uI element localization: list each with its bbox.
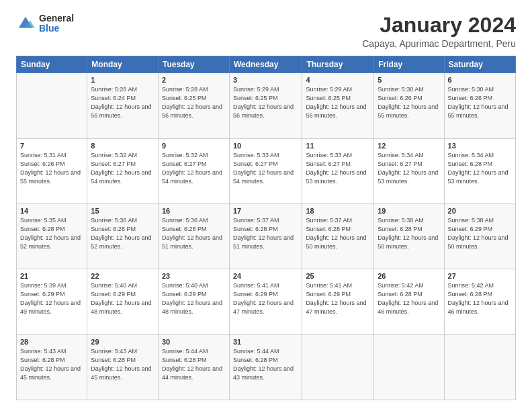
table-row: 17Sunrise: 5:37 AMSunset: 6:28 PMDayligh… — [229, 203, 302, 269]
table-row: 30Sunrise: 5:44 AMSunset: 6:28 PMDayligh… — [158, 334, 229, 400]
day-number: 4 — [306, 76, 370, 84]
col-thursday: Thursday — [302, 56, 374, 73]
table-row: 29Sunrise: 5:43 AMSunset: 6:28 PMDayligh… — [87, 334, 159, 400]
day-info: Sunrise: 5:35 AMSunset: 6:28 PMDaylight:… — [20, 217, 81, 250]
calendar-body: 1Sunrise: 5:28 AMSunset: 6:24 PMDaylight… — [17, 73, 516, 400]
day-info: Sunrise: 5:34 AMSunset: 6:27 PMDaylight:… — [378, 152, 438, 185]
table-row: 14Sunrise: 5:35 AMSunset: 6:28 PMDayligh… — [17, 203, 87, 269]
day-number: 21 — [20, 272, 83, 280]
day-info: Sunrise: 5:37 AMSunset: 6:28 PMDaylight:… — [233, 217, 294, 250]
day-number: 2 — [162, 76, 226, 84]
day-info: Sunrise: 5:41 AMSunset: 6:29 PMDaylight:… — [233, 282, 294, 315]
day-info: Sunrise: 5:34 AMSunset: 6:28 PMDaylight:… — [448, 152, 508, 185]
col-wednesday: Wednesday — [229, 56, 302, 73]
logo-blue: Blue — [39, 24, 74, 34]
day-number: 13 — [448, 142, 512, 150]
day-info: Sunrise: 5:43 AMSunset: 6:28 PMDaylight:… — [20, 348, 81, 381]
logo: General Blue — [16, 13, 74, 34]
day-number: 16 — [162, 207, 226, 215]
day-number: 5 — [378, 76, 440, 84]
table-row: 20Sunrise: 5:38 AMSunset: 6:29 PMDayligh… — [444, 203, 515, 269]
day-info: Sunrise: 5:36 AMSunset: 6:28 PMDaylight:… — [91, 217, 151, 250]
day-number: 24 — [233, 272, 298, 280]
day-info: Sunrise: 5:32 AMSunset: 6:27 PMDaylight:… — [162, 152, 222, 185]
calendar-week-5: 28Sunrise: 5:43 AMSunset: 6:28 PMDayligh… — [17, 334, 516, 400]
col-monday: Monday — [87, 56, 159, 73]
location-subtitle: Capaya, Apurimac Department, Peru — [362, 38, 516, 49]
day-number: 11 — [306, 142, 370, 150]
table-row: 16Sunrise: 5:36 AMSunset: 6:28 PMDayligh… — [158, 203, 229, 269]
day-number: 14 — [20, 207, 83, 215]
calendar-week-4: 21Sunrise: 5:39 AMSunset: 6:29 PMDayligh… — [17, 269, 516, 334]
day-info: Sunrise: 5:30 AMSunset: 6:26 PMDaylight:… — [378, 86, 438, 119]
day-number: 8 — [91, 142, 154, 150]
day-number: 3 — [233, 76, 298, 84]
day-number: 20 — [448, 207, 512, 215]
day-info: Sunrise: 5:29 AMSunset: 6:25 PMDaylight:… — [233, 86, 294, 119]
day-info: Sunrise: 5:43 AMSunset: 6:28 PMDaylight:… — [91, 348, 151, 381]
table-row: 12Sunrise: 5:34 AMSunset: 6:27 PMDayligh… — [374, 138, 444, 203]
day-number: 22 — [91, 272, 154, 280]
day-info: Sunrise: 5:33 AMSunset: 6:27 PMDaylight:… — [233, 152, 294, 185]
day-info: Sunrise: 5:44 AMSunset: 6:28 PMDaylight:… — [233, 348, 294, 381]
day-info: Sunrise: 5:29 AMSunset: 6:25 PMDaylight:… — [306, 86, 366, 119]
logo-icon — [16, 14, 35, 33]
logo-general: General — [39, 13, 74, 24]
calendar-table: Sunday Monday Tuesday Wednesday Thursday… — [16, 56, 516, 400]
day-info: Sunrise: 5:28 AMSunset: 6:25 PMDaylight:… — [162, 86, 222, 119]
calendar-page: General Blue January 2024 Capaya, Apurim… — [0, 0, 532, 411]
col-friday: Friday — [374, 56, 444, 73]
table-row: 2Sunrise: 5:28 AMSunset: 6:25 PMDaylight… — [158, 73, 229, 138]
day-info: Sunrise: 5:37 AMSunset: 6:28 PMDaylight:… — [306, 217, 366, 250]
day-number: 15 — [91, 207, 154, 215]
day-number: 27 — [448, 272, 512, 280]
day-info: Sunrise: 5:40 AMSunset: 6:29 PMDaylight:… — [162, 282, 222, 315]
table-row: 4Sunrise: 5:29 AMSunset: 6:25 PMDaylight… — [302, 73, 374, 138]
day-number: 28 — [20, 338, 83, 346]
table-row: 25Sunrise: 5:41 AMSunset: 6:29 PMDayligh… — [302, 269, 374, 334]
col-sunday: Sunday — [17, 56, 87, 73]
table-row: 11Sunrise: 5:33 AMSunset: 6:27 PMDayligh… — [302, 138, 374, 203]
day-info: Sunrise: 5:33 AMSunset: 6:27 PMDaylight:… — [306, 152, 366, 185]
page-header: General Blue January 2024 Capaya, Apurim… — [16, 13, 516, 49]
table-row — [302, 334, 374, 400]
calendar-week-3: 14Sunrise: 5:35 AMSunset: 6:28 PMDayligh… — [17, 203, 516, 269]
table-row: 1Sunrise: 5:28 AMSunset: 6:24 PMDaylight… — [87, 73, 159, 138]
day-info: Sunrise: 5:42 AMSunset: 6:28 PMDaylight:… — [378, 282, 438, 315]
day-info: Sunrise: 5:28 AMSunset: 6:24 PMDaylight:… — [91, 86, 151, 119]
day-info: Sunrise: 5:40 AMSunset: 6:29 PMDaylight:… — [91, 282, 151, 315]
table-row: 27Sunrise: 5:42 AMSunset: 6:28 PMDayligh… — [444, 269, 515, 334]
table-row: 6Sunrise: 5:30 AMSunset: 6:26 PMDaylight… — [444, 73, 515, 138]
col-saturday: Saturday — [444, 56, 515, 73]
day-info: Sunrise: 5:38 AMSunset: 6:28 PMDaylight:… — [378, 217, 438, 250]
table-row: 26Sunrise: 5:42 AMSunset: 6:28 PMDayligh… — [374, 269, 444, 334]
day-number: 6 — [448, 76, 512, 84]
calendar-week-2: 7Sunrise: 5:31 AMSunset: 6:26 PMDaylight… — [17, 138, 516, 203]
day-number: 26 — [378, 272, 440, 280]
table-row — [444, 334, 515, 400]
calendar-week-1: 1Sunrise: 5:28 AMSunset: 6:24 PMDaylight… — [17, 73, 516, 138]
day-number: 25 — [306, 272, 370, 280]
month-title: January 2024 — [362, 13, 516, 37]
table-row: 21Sunrise: 5:39 AMSunset: 6:29 PMDayligh… — [17, 269, 87, 334]
table-row: 28Sunrise: 5:43 AMSunset: 6:28 PMDayligh… — [17, 334, 87, 400]
logo-text: General Blue — [39, 13, 74, 34]
day-number: 7 — [20, 142, 83, 150]
table-row: 22Sunrise: 5:40 AMSunset: 6:29 PMDayligh… — [87, 269, 159, 334]
day-info: Sunrise: 5:30 AMSunset: 6:26 PMDaylight:… — [448, 86, 508, 119]
table-row: 18Sunrise: 5:37 AMSunset: 6:28 PMDayligh… — [302, 203, 374, 269]
table-row: 31Sunrise: 5:44 AMSunset: 6:28 PMDayligh… — [229, 334, 302, 400]
day-number: 18 — [306, 207, 370, 215]
day-info: Sunrise: 5:36 AMSunset: 6:28 PMDaylight:… — [162, 217, 222, 250]
table-row: 23Sunrise: 5:40 AMSunset: 6:29 PMDayligh… — [158, 269, 229, 334]
day-info: Sunrise: 5:32 AMSunset: 6:27 PMDaylight:… — [91, 152, 151, 185]
day-number: 10 — [233, 142, 298, 150]
day-number: 31 — [233, 338, 298, 346]
title-block: January 2024 Capaya, Apurimac Department… — [362, 13, 516, 49]
table-row: 5Sunrise: 5:30 AMSunset: 6:26 PMDaylight… — [374, 73, 444, 138]
day-info: Sunrise: 5:41 AMSunset: 6:29 PMDaylight:… — [306, 282, 366, 315]
day-number: 17 — [233, 207, 298, 215]
calendar-header: Sunday Monday Tuesday Wednesday Thursday… — [17, 56, 516, 73]
day-number: 29 — [91, 338, 154, 346]
day-info: Sunrise: 5:38 AMSunset: 6:29 PMDaylight:… — [448, 217, 508, 250]
